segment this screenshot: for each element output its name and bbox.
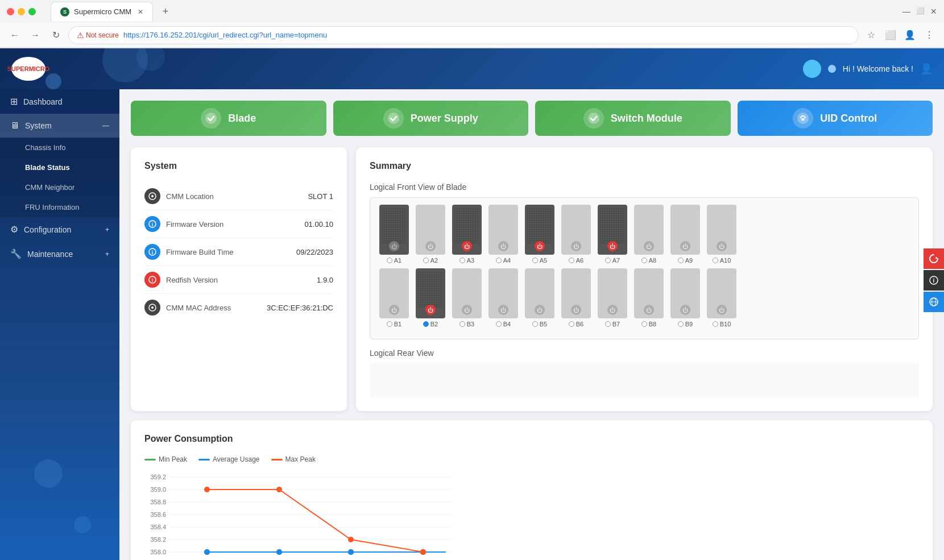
sidebar-item-blade-status[interactable]: Blade Status [0,157,119,177]
switch-module-tab-icon [583,108,604,128]
power-btn-b7[interactable]: ⏻ [607,305,618,315]
power-btn-a2[interactable]: ⏻ [425,241,436,251]
header-small-dot [828,65,836,73]
power-btn-a3[interactable]: ⏻ [462,241,472,251]
blade-front-grid: ⏻ A1 ⏻ A2 [370,197,919,339]
power-btn-b5[interactable]: ⏻ [535,305,545,315]
min-peak-color [144,459,156,461]
power-btn-a5[interactable]: ⏻ [535,241,545,251]
blade-slot-b1[interactable]: ⏻ B1 [377,268,411,327]
power-btn-b2[interactable]: ⏻ [425,305,436,315]
blade-slot-b10[interactable]: ⏻ B10 [705,268,739,327]
power-btn-a4[interactable]: ⏻ [498,241,508,251]
uid-control-tab-icon [793,108,813,128]
bookmark-button[interactable]: ☆ [863,27,879,43]
blade-slot-a2[interactable]: ⏻ A2 [413,205,448,264]
blade-slot-a6[interactable]: ⏻ A6 [559,205,593,264]
blade-slot-b5[interactable]: ⏻ B5 [523,268,557,327]
profile-button[interactable]: 👤 [902,27,918,43]
minimize-button[interactable]: — [902,7,910,16]
blade-slot-b8[interactable]: ⏻ B8 [632,268,666,327]
mac-value: 3C:EC:EF:36:21:DC [267,304,333,312]
maximize-button[interactable]: ⬜ [916,7,925,16]
blade-slot-b4[interactable]: ⏻ B4 [486,268,520,327]
redfish-label: Redfish Version [166,276,311,284]
new-tab-button[interactable]: + [158,3,173,19]
info-row-redfish: ! Redfish Version 1.9.0 [144,266,333,294]
cmm-location-label: CMM Location [166,192,302,201]
power-btn-b4[interactable]: ⏻ [498,305,508,315]
power-btn-b8[interactable]: ⏻ [644,305,654,315]
chart-legend: Min Peak Average Usage Max Peak [144,455,919,463]
header-accent-dot [45,73,61,89]
blade-slot-b6[interactable]: ⏻ B6 [559,268,593,327]
config-icon: ⚙ [10,224,18,235]
blade-tab-label: Blade [228,113,256,125]
menu-button[interactable]: ⋮ [921,27,937,43]
power-btn-a1[interactable]: ⏻ [389,241,399,251]
sidebar-item-dashboard[interactable]: ⊞ Dashboard [0,89,119,114]
mac-label: CMM MAC Address [166,304,261,312]
blade-slot-b3[interactable]: ⏻ B3 [450,268,484,327]
blade-slot-a10[interactable]: ⏻ A10 [705,205,739,264]
power-btn-b1[interactable]: ⏻ [389,305,399,315]
refresh-button[interactable] [924,248,944,269]
power-btn-a7[interactable]: ⏻ [607,241,618,251]
power-btn-b9[interactable]: ⏻ [680,305,690,315]
sidebar-item-label: Dashboard [23,97,63,106]
blade-slot-a4[interactable]: ⏻ A4 [486,205,520,264]
svg-point-0 [205,113,217,124]
svg-text:i: i [152,250,154,255]
user-icon[interactable]: 👤 [920,63,933,75]
blade-slot-b2[interactable]: ⏻ B2 [413,268,448,327]
power-btn-b10[interactable]: ⏻ [717,305,727,315]
reload-button[interactable]: ↻ [48,27,64,43]
power-supply-tab-button[interactable]: Power Supply [333,101,529,136]
switch-module-tab-button[interactable]: Switch Module [535,101,731,136]
url-display[interactable]: https://176.16.252.201/cgi/url_redirect.… [123,31,327,39]
close-window-button[interactable]: ✕ [930,7,937,16]
sidebar-item-system[interactable]: 🖥 System — [0,114,119,138]
power-btn-b3[interactable]: ⏻ [462,305,472,315]
blade-slot-a7[interactable]: ⏻ A7 [595,205,630,264]
blade-slot-a5[interactable]: ⏻ A5 [523,205,557,264]
firmware-version-label: Firmware Version [166,220,299,229]
svg-point-47 [348,537,354,542]
redfish-value: 1.9.0 [317,276,333,284]
power-btn-b6[interactable]: ⏻ [571,305,581,315]
header-right: Hi ! Welcome back ! 👤 [803,60,933,78]
sidebar-item-configuration[interactable]: ⚙ Configuration + [0,217,119,242]
logo: SUPERMICRO [11,57,45,81]
not-secure-indicator: ⚠ Not secure [77,31,119,40]
power-btn-a8[interactable]: ⏻ [644,241,654,251]
blade-slot-a8[interactable]: ⏻ A8 [632,205,666,264]
close-tab-button[interactable]: ✕ [138,8,143,16]
globe-button[interactable] [924,292,944,312]
power-btn-a10[interactable]: ⏻ [717,241,727,251]
power-consumption-card: Power Consumption Min Peak Average Usage… [131,420,933,560]
sidebar-item-chassis-info[interactable]: Chassis Info [0,138,119,157]
blade-slot-a9[interactable]: ⏻ A9 [668,205,702,264]
sidebar-item-maintenance[interactable]: 🔧 Maintenance + [0,242,119,266]
blade-slot-b7[interactable]: ⏻ B7 [595,268,630,327]
extensions-button[interactable]: ⬜ [883,27,899,43]
blade-slot-a3[interactable]: ⏻ A3 [450,205,484,264]
sidebar-item-label: System [25,121,52,130]
browser-chrome: S Supermicro CMM ✕ + — ⬜ ✕ ← → ↻ ⚠ Not s… [0,0,944,48]
active-tab[interactable]: S Supermicro CMM ✕ [51,2,153,21]
uid-control-tab-button[interactable]: UID Control [738,101,933,136]
back-button[interactable]: ← [7,27,23,43]
fru-info-label: FRU Information [25,203,79,211]
blade-slot-a1[interactable]: ⏻ A1 [377,205,411,264]
sidebar-item-cmm-neighbor[interactable]: CMM Neighbor [0,177,119,197]
blade-tab-button[interactable]: Blade [131,101,326,136]
blade-slot-b9[interactable]: ⏻ B9 [668,268,702,327]
sidebar-item-fru-info[interactable]: FRU Information [0,197,119,217]
uid-control-tab-label: UID Control [820,113,877,125]
config-label: Configuration [24,225,71,234]
power-btn-a6[interactable]: ⏻ [571,241,581,251]
power-btn-a9[interactable]: ⏻ [680,241,690,251]
address-bar[interactable]: ⚠ Not secure https://176.16.252.201/cgi/… [68,26,859,44]
info-button[interactable]: i [924,270,944,291]
forward-button[interactable]: → [27,27,43,43]
